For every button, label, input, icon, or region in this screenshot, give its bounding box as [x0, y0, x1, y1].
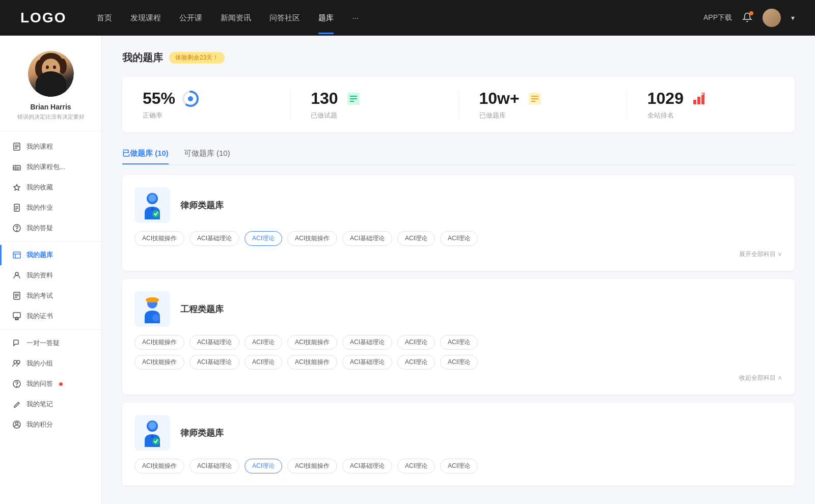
svg-point-37 [17, 386, 17, 387]
stat-row: 55% [143, 89, 200, 108]
tag-item[interactable]: ACI技能操作 [287, 459, 337, 473]
nav-link-more[interactable]: ··· [352, 13, 359, 23]
stat-label-banks: 已做题库 [479, 111, 506, 120]
sidebar-item-label: 我的问答 [26, 379, 53, 388]
tag-item[interactable]: ACI基础理论 [342, 459, 392, 473]
tag-item[interactable]: ACI技能操作 [134, 231, 184, 246]
my-certificate-icon [12, 312, 21, 321]
sidebar-item-my-notes[interactable]: 我的笔记 [0, 394, 101, 414]
tag-item[interactable]: ACI基础理论 [189, 459, 239, 473]
sidebar-item-my-certificate[interactable]: 我的证书 [0, 306, 101, 326]
my-exams-icon [12, 291, 21, 300]
stat-label-accuracy: 正确率 [143, 111, 162, 120]
sidebar-menu: 我的课程 我的课程包... [0, 136, 101, 435]
sidebar-item-my-question-bank[interactable]: 我的题库 [0, 245, 101, 265]
sidebar-item-my-exams[interactable]: 我的考试 [0, 286, 101, 306]
tag-item[interactable]: ACI基础理论 [189, 355, 239, 370]
tag-item[interactable]: ACI技能操作 [287, 231, 337, 246]
nav-link-question-bank[interactable]: 题库 [318, 13, 334, 23]
tag-item[interactable]: ACI技能操作 [287, 335, 337, 350]
tag-item[interactable]: ACI技能操作 [134, 355, 184, 370]
svg-rect-53 [701, 95, 704, 104]
sidebar-item-my-points[interactable]: 我的积分 [0, 414, 101, 435]
sidebar-item-my-profile[interactable]: 我的资料 [0, 265, 101, 286]
my-homework-icon [12, 203, 21, 212]
svg-point-27 [15, 272, 18, 275]
stat-questions-done: 130 已做试题 [290, 89, 458, 120]
bank-icon-lawyer [134, 187, 170, 223]
tag-item[interactable]: ACI理论 [397, 459, 435, 473]
tag-item[interactable]: ACI理论 [440, 355, 478, 370]
logo: LOGO [20, 10, 66, 26]
sidebar-item-one-on-one[interactable]: 一对一答疑 [0, 333, 101, 353]
svg-point-39 [16, 423, 18, 425]
profile-name: Brian Harris [30, 103, 71, 111]
app-download-button[interactable]: APP下载 [703, 13, 732, 22]
my-notes-icon [12, 400, 21, 409]
my-points-icon [12, 420, 21, 429]
stat-value-questions: 130 [311, 89, 338, 108]
tag-item-active[interactable]: ACI理论 [244, 459, 282, 473]
page-title: 我的题库 [122, 51, 163, 65]
tag-item[interactable]: ACI理论 [440, 335, 478, 350]
notification-dot [749, 11, 753, 15]
tag-item[interactable]: ACI理论 [397, 335, 435, 350]
sidebar-item-my-packages[interactable]: 我的课程包... [0, 157, 101, 177]
nav-link-news[interactable]: 新闻资讯 [221, 13, 251, 23]
svg-rect-24 [13, 252, 20, 258]
collapse-link-2[interactable]: 收起全部科目 ∧ [134, 374, 782, 382]
nav-link-discover[interactable]: 发现课程 [130, 13, 161, 23]
tag-item[interactable]: ACI理论 [397, 355, 435, 370]
tag-item[interactable]: ACI技能操作 [134, 459, 184, 473]
expand-link-1[interactable]: 展开全部科目 ∨ [134, 250, 782, 259]
stat-label-questions: 已做试题 [311, 111, 337, 120]
stat-ranking: 1029 全站排名 [627, 89, 795, 120]
bank-tags-row-1: ACI技能操作 ACI基础理论 ACI理论 ACI技能操作 ACI基础理论 AC… [134, 231, 782, 246]
tag-item[interactable]: ACI技能操作 [287, 355, 337, 370]
svg-rect-52 [697, 97, 700, 104]
sidebar-item-my-queries[interactable]: 我的答疑 [0, 218, 101, 238]
nav-links: 首页 发现课程 公开课 新闻资讯 问答社区 题库 ··· [97, 13, 703, 23]
tag-item[interactable]: ACI技能操作 [134, 335, 184, 350]
sidebar-item-label: 我的小组 [26, 359, 53, 368]
tab-done-banks[interactable]: 已做题库 (10) [122, 145, 169, 164]
sidebar-item-my-favorites[interactable]: 我的收藏 [0, 177, 101, 198]
banks-icon [526, 90, 544, 108]
profile-avatar [28, 51, 74, 97]
tab-available-banks[interactable]: 可做题库 (10) [184, 145, 230, 164]
profile-motto: 错误的决定比没有决定要好 [17, 113, 85, 121]
my-groups-icon [12, 359, 21, 368]
tag-item-active[interactable]: ACI理论 [244, 231, 282, 246]
tag-item[interactable]: ACI基础理论 [189, 231, 239, 246]
tag-item[interactable]: ACI理论 [244, 355, 282, 370]
tag-item[interactable]: ACI理论 [440, 231, 478, 246]
bank-icon-engineer [134, 291, 170, 327]
sidebar-item-my-groups[interactable]: 我的小组 [0, 353, 101, 374]
sidebar-item-my-questions[interactable]: 我的问答 [0, 374, 101, 394]
sidebar-item-label: 我的题库 [26, 250, 53, 260]
tag-item[interactable]: ACI理论 [397, 231, 435, 246]
nav-link-qa[interactable]: 问答社区 [269, 13, 300, 23]
sidebar-item-my-homework[interactable]: 我的作业 [0, 198, 101, 218]
stat-label-ranking: 全站排名 [647, 111, 674, 120]
tag-item[interactable]: ACI理论 [244, 335, 282, 350]
nav-link-home[interactable]: 首页 [97, 13, 112, 23]
sidebar-item-my-courses[interactable]: 我的课程 [0, 136, 101, 157]
questions-icon [344, 90, 363, 108]
svg-point-1 [36, 79, 66, 97]
notification-bell[interactable] [742, 12, 752, 24]
tag-item[interactable]: ACI基础理论 [342, 335, 392, 350]
svg-rect-51 [693, 100, 696, 104]
tag-item[interactable]: ACI基础理论 [342, 231, 392, 246]
sidebar-item-label: 我的资料 [26, 271, 53, 280]
stat-banks-done: 10w+ 已做题库 [459, 89, 627, 120]
tag-item[interactable]: ACI基础理论 [342, 355, 392, 370]
user-dropdown-arrow[interactable]: ▾ [791, 14, 795, 22]
my-favorites-icon [12, 183, 21, 192]
nav-link-open-course[interactable]: 公开课 [179, 13, 202, 23]
tag-item[interactable]: ACI理论 [440, 459, 478, 473]
tag-item[interactable]: ACI基础理论 [189, 335, 239, 350]
user-avatar[interactable] [763, 9, 781, 27]
bank-card-1: 律师类题库 ACI技能操作 ACI基础理论 ACI理论 ACI技能操作 ACI基… [122, 175, 795, 271]
accuracy-circle-icon [181, 90, 200, 108]
